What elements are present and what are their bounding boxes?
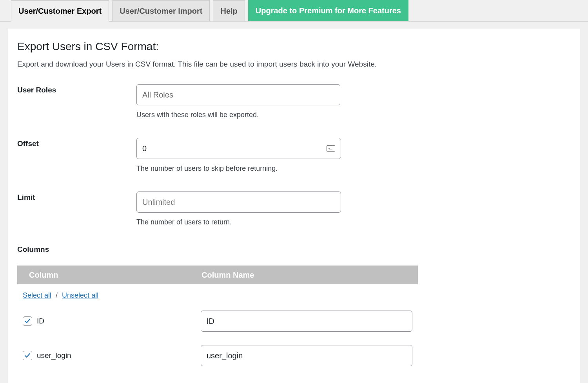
tab-upgrade[interactable]: Upgrade to Premium for More Features [248, 0, 408, 21]
offset-help: The number of users to skip before retur… [136, 164, 341, 173]
content-panel: Export Users in CSV Format: Export and d… [8, 29, 580, 383]
columns-header-column: Column [17, 271, 201, 280]
column-key-label: user_login [37, 351, 201, 360]
check-icon [24, 352, 31, 359]
column-key-label: ID [37, 317, 201, 325]
column-row: ID [17, 307, 418, 336]
form-row-roles: User Roles Users with these roles will b… [17, 84, 571, 119]
limit-label: Limit [17, 192, 136, 226]
offset-label: Offset [17, 138, 136, 173]
columns-header: Column Column Name [17, 266, 418, 284]
select-links: Select all / Unselect all [17, 284, 418, 307]
offset-input-wrap[interactable] [136, 138, 341, 159]
roles-help: Users with these roles will be exported. [136, 111, 340, 119]
unselect-all-link[interactable]: Unselect all [62, 291, 98, 299]
number-stepper-icon[interactable] [327, 145, 335, 152]
select-all-link[interactable]: Select all [23, 291, 51, 299]
column-name-input[interactable] [201, 311, 412, 332]
roles-input[interactable] [136, 84, 340, 105]
columns-section-label: Columns [17, 245, 571, 254]
roles-label: User Roles [17, 84, 136, 119]
column-checkbox[interactable] [23, 351, 32, 360]
tab-import[interactable]: User/Customer Import [112, 0, 210, 21]
column-checkbox[interactable] [23, 316, 32, 326]
columns-table: Column Column Name Select all / Unselect… [17, 266, 418, 370]
columns-header-column-name: Column Name [201, 271, 418, 280]
column-row: user_login [17, 341, 418, 370]
tabs-bar: User/Customer Export User/Customer Impor… [0, 0, 588, 22]
offset-input[interactable] [142, 144, 297, 153]
form-row-limit: Limit The number of users to return. [17, 192, 571, 226]
tab-help[interactable]: Help [213, 0, 245, 21]
page-title: Export Users in CSV Format: [17, 40, 571, 53]
column-name-input[interactable] [201, 345, 412, 366]
tab-export[interactable]: User/Customer Export [11, 0, 109, 22]
select-separator: / [56, 291, 58, 299]
check-icon [24, 318, 31, 324]
page-description: Export and download your Users in CSV fo… [17, 60, 571, 69]
form-row-offset: Offset The number of users to skip befor… [17, 138, 571, 173]
limit-input[interactable] [136, 192, 341, 213]
limit-help: The number of users to return. [136, 218, 341, 226]
